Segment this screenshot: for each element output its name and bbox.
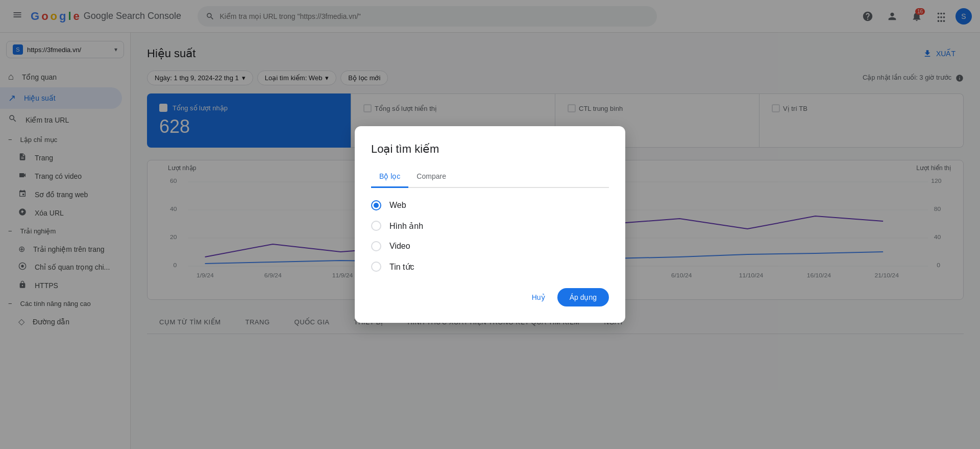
radio-label-hinh-anh: Hình ảnh: [389, 221, 423, 231]
modal-overlay[interactable]: Loại tìm kiếm Bộ lọc Compare Web Hình ản…: [0, 0, 980, 449]
modal-tab-compare[interactable]: Compare: [408, 168, 454, 188]
radio-group: Web Hình ảnh Video Tin tức: [371, 200, 609, 272]
cancel-button[interactable]: Huỷ: [524, 289, 553, 305]
radio-circle-web: [371, 200, 381, 210]
radio-video[interactable]: Video: [371, 241, 609, 251]
radio-label-video: Video: [389, 242, 410, 251]
radio-label-tin-tuc: Tin tức: [389, 262, 414, 272]
modal-tabs: Bộ lọc Compare: [371, 168, 609, 188]
radio-circle-video: [371, 241, 381, 251]
radio-circle-tin-tuc: [371, 262, 381, 272]
radio-hinh-anh[interactable]: Hình ảnh: [371, 221, 609, 231]
radio-web[interactable]: Web: [371, 200, 609, 210]
modal-title: Loại tìm kiếm: [371, 143, 609, 156]
modal-actions: Huỷ Áp dụng: [371, 288, 609, 306]
modal-search-type: Loại tìm kiếm Bộ lọc Compare Web Hình ản…: [355, 126, 625, 323]
modal-tab-bo-loc[interactable]: Bộ lọc: [371, 168, 408, 188]
radio-tin-tuc[interactable]: Tin tức: [371, 262, 609, 272]
radio-label-web: Web: [389, 201, 406, 210]
apply-button[interactable]: Áp dụng: [557, 288, 609, 306]
radio-circle-hinh-anh: [371, 221, 381, 231]
radio-inner-web: [374, 203, 379, 208]
